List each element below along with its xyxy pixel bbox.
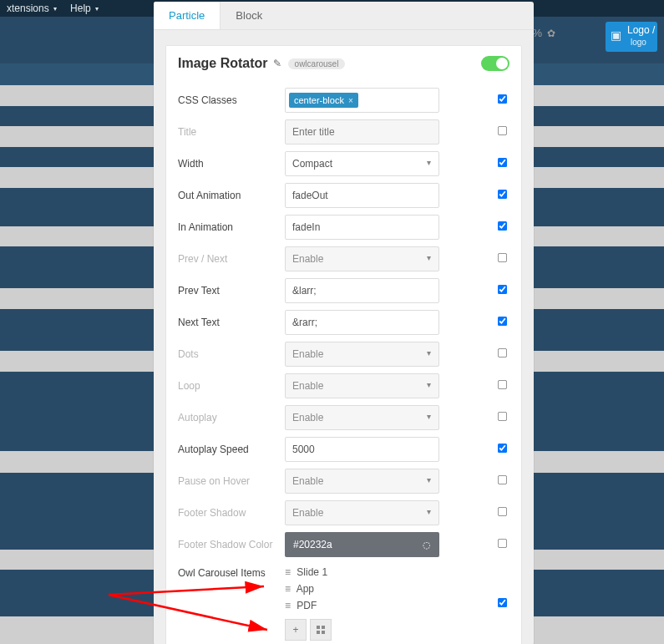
label-footer-shadow: Footer Shadow [176,507,285,519]
override-checkbox-width[interactable] [497,158,506,167]
drag-handle-icon[interactable]: ≡ [285,600,289,611]
carousel-item[interactable]: ≡ Slide 1 [285,564,493,581]
field-footer-shadow: Footer Shadow Enable [166,497,521,529]
caret-down-icon: ▾ [53,5,57,13]
particle-slug-badge: owlcarousel [288,58,346,69]
prev-text-input[interactable] [285,278,439,303]
carousel-item-actions: + [285,619,493,641]
override-checkbox-title[interactable] [497,126,506,135]
pencil-icon[interactable]: ✎ [273,58,281,69]
title-input[interactable] [285,119,439,145]
css-classes-input[interactable]: center-block × [285,88,439,113]
override-checkbox-in-animation[interactable] [497,221,506,231]
override-checkbox-autoplay-speed[interactable] [497,444,506,453]
override-checkbox-out-animation[interactable] [497,190,506,199]
override-checkbox-prev-text[interactable] [497,285,506,294]
plus-icon: + [292,624,298,636]
logo-chip-subtitle: logo [631,37,646,48]
field-footer-shadow-color: Footer Shadow Color #20232a ◌ [166,529,521,560]
label-footer-shadow-color: Footer Shadow Color [176,539,285,550]
eyedropper-icon: ◌ [423,540,431,550]
tab-block[interactable]: Block [220,2,277,29]
field-css-classes: CSS Classes center-block × [166,84,521,116]
label-next-text: Next Text [176,317,285,328]
tab-particle[interactable]: Particle [154,2,220,29]
grid-icon [317,626,325,634]
field-prev-text: Prev Text [166,275,521,307]
in-animation-input[interactable] [285,215,439,240]
override-checkbox-pause-hover[interactable] [497,475,506,484]
field-title: Title [166,116,521,148]
label-title: Title [176,126,285,138]
logo-particle-chip[interactable]: ▣ Logo / logo [606,22,657,52]
pause-hover-select[interactable]: Enable [285,469,439,494]
field-pause-hover: Pause on Hover Enable [166,465,521,497]
field-width: Width Compact [166,148,521,180]
width-select[interactable]: Compact [285,151,439,176]
carousel-item-label: PDF [297,600,317,611]
label-autoplay-speed: Autoplay Speed [176,444,285,455]
menu-help-label: Help [70,3,91,14]
override-checkbox-dots[interactable] [497,348,506,357]
override-checkbox-footer-shadow-color[interactable] [497,539,506,548]
override-checkbox-css-classes[interactable] [497,94,506,104]
autoplay-speed-input[interactable] [285,437,439,462]
carousel-item-list: ≡ Slide 1 ≡ App ≡ PDF [285,564,493,614]
field-dots: Dots Enable [166,338,521,370]
edit-all-button[interactable] [310,619,332,641]
override-checkbox-carousel-items[interactable] [497,598,506,607]
carousel-item[interactable]: ≡ App [285,581,493,597]
override-checkbox-autoplay[interactable] [497,412,506,421]
modal-tabs: Particle Block [154,2,534,30]
label-prev-next: Prev / Next [176,253,285,265]
drag-handle-icon[interactable]: ≡ [285,583,289,595]
enabled-toggle[interactable] [481,56,509,71]
add-item-button[interactable]: + [285,619,307,641]
label-dots: Dots [176,348,285,360]
override-checkbox-footer-shadow[interactable] [497,507,506,516]
label-loop: Loop [176,380,285,392]
field-carousel-items: Owl Carousel Items ≡ Slide 1 ≡ App ≡ PDF [166,560,521,644]
carousel-item-label: Slide 1 [297,566,327,578]
field-autoplay: Autoplay Enable [166,402,521,434]
override-checkbox-next-text[interactable] [497,317,506,326]
label-out-animation: Out Animation [176,190,285,201]
image-icon: ▣ [611,30,621,41]
carousel-item[interactable]: ≡ PDF [285,597,493,614]
field-out-animation: Out Animation [166,180,521,211]
logo-chip-title: Logo / [627,25,655,36]
particle-settings-modal: Particle Block Image Rotator ✎ owlcarous… [154,2,534,644]
label-autoplay: Autoplay [176,412,285,423]
label-carousel-items: Owl Carousel Items [176,564,285,579]
override-checkbox-loop[interactable] [497,380,506,389]
field-loop: Loop Enable [166,370,521,402]
close-icon[interactable]: × [348,96,353,105]
gear-icon[interactable]: ✿ [547,28,555,39]
next-text-input[interactable] [285,310,439,335]
prev-next-select[interactable]: Enable [285,246,439,271]
label-css-classes: CSS Classes [176,94,285,106]
footer-shadow-select[interactable]: Enable [285,500,439,525]
loop-select[interactable]: Enable [285,373,439,398]
label-width: Width [176,158,285,170]
panel-title: Image Rotator [178,56,268,71]
tag-label: center-block [294,95,344,105]
settings-panel: Image Rotator ✎ owlcarousel CSS Classes … [165,45,522,644]
carousel-item-label: App [297,583,314,595]
caret-down-icon: ▾ [95,5,99,13]
menu-help[interactable]: Help ▾ [63,3,105,14]
footer-shadow-color-input[interactable]: #20232a ◌ [285,532,439,557]
drag-handle-icon[interactable]: ≡ [285,566,289,578]
field-prev-next: Prev / Next Enable [166,243,521,275]
field-next-text: Next Text [166,307,521,338]
tag-center-block[interactable]: center-block × [289,93,358,108]
menu-extensions[interactable]: xtensions ▾ [0,3,63,14]
label-in-animation: In Animation [176,221,285,233]
autoplay-select[interactable]: Enable [285,405,439,430]
out-animation-input[interactable] [285,183,439,208]
menu-extensions-label: xtensions [7,3,49,14]
color-value: #20232a [293,539,332,550]
override-checkbox-prev-next[interactable] [497,253,506,262]
dots-select[interactable]: Enable [285,342,439,367]
field-in-animation: In Animation [166,211,521,243]
